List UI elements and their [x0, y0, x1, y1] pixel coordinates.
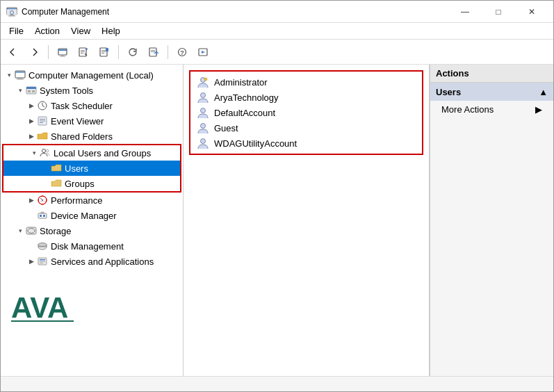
svg-rect-21 [151, 50, 155, 51]
list-item[interactable]: WDAGUtilityAccount [190, 136, 422, 151]
svg-rect-37 [40, 119, 45, 120]
svg-rect-45 [38, 213, 47, 218]
main-content: ▾ Computer Management (Local) ▾ [1, 65, 553, 376]
local-users-highlight-box: ▾ Local Users and Groups [2, 144, 181, 193]
expander-storage[interactable]: ▾ [15, 225, 26, 236]
svg-marker-26 [202, 51, 205, 54]
user-icon-administrator [196, 76, 210, 88]
expander-task-scheduler[interactable]: ▶ [26, 100, 37, 111]
tree-item-performance[interactable]: ▶ Performance [1, 193, 183, 208]
tree-item-local-users-groups[interactable]: ▾ Local Users and Groups [3, 145, 180, 161]
services-apps-icon [37, 256, 48, 267]
minimize-button[interactable]: — [449, 1, 481, 22]
svg-rect-56 [40, 259, 45, 261]
svg-point-40 [42, 149, 46, 153]
maximize-button[interactable]: □ [482, 1, 514, 22]
expander-performance[interactable]: ▶ [26, 195, 37, 206]
list-item[interactable]: Guest [190, 120, 422, 136]
actions-panel: Actions Users ▲ More Actions ▶ [430, 65, 553, 376]
groups-folder-icon [51, 178, 62, 189]
svg-point-64 [201, 108, 206, 113]
tree-item-task-scheduler[interactable]: ▶ Task Scheduler [1, 98, 183, 113]
tree-item-shared-folders[interactable]: ▶ Shared Folders [1, 129, 183, 144]
toolbar-btn-export[interactable] [144, 42, 163, 62]
actions-header: Actions [430, 65, 553, 83]
tree-item-root[interactable]: ▾ Computer Management (Local) [1, 67, 183, 83]
svg-rect-39 [40, 122, 43, 123]
tree-label-services-apps: Services and Applications [51, 256, 154, 267]
system-tools-icon [26, 85, 37, 96]
actions-section-users[interactable]: Users ▲ [430, 83, 553, 101]
tree-item-users[interactable]: Users [3, 161, 180, 176]
tree-item-system-tools[interactable]: ▾ System Tools [1, 83, 183, 98]
task-scheduler-icon [37, 100, 48, 111]
expander-event-viewer[interactable]: ▶ [26, 115, 37, 126]
expander-services-apps[interactable]: ▶ [26, 256, 37, 267]
expander-disk-management [26, 240, 37, 252]
forward-button[interactable] [24, 42, 44, 62]
toolbar-btn-run[interactable] [193, 42, 213, 62]
user-icon-arya [196, 91, 210, 104]
menu-file[interactable]: File [3, 24, 29, 38]
expander-users [40, 163, 51, 174]
status-bar [1, 376, 553, 391]
user-icon-default [196, 106, 210, 119]
toolbar-separator-2 [118, 45, 119, 59]
device-manager-icon [37, 210, 48, 221]
toolbar-btn-refresh[interactable] [123, 42, 142, 62]
svg-rect-34 [32, 90, 35, 92]
tree-item-groups[interactable]: Groups [3, 176, 180, 191]
svg-rect-17 [101, 51, 106, 52]
toolbar-btn-3[interactable] [95, 42, 114, 62]
users-folder-icon [51, 163, 62, 174]
tree-item-services-apps[interactable]: ▶ Services and Applications [1, 254, 183, 269]
arrow-right-icon: ▶ [535, 104, 542, 115]
toolbar-btn-1[interactable] [53, 42, 72, 62]
list-item[interactable]: Administrator [190, 74, 422, 90]
svg-rect-16 [101, 50, 106, 51]
close-button[interactable]: ✕ [516, 1, 548, 22]
list-item[interactable]: AryaTechnology [190, 90, 422, 105]
user-name-administrator: Administrator [214, 77, 268, 88]
toolbar-btn-2[interactable] [74, 42, 93, 62]
list-item[interactable]: DefaultAccount [190, 105, 422, 120]
more-actions-item[interactable]: More Actions ▶ [430, 101, 553, 117]
expander-local-users[interactable]: ▾ [28, 147, 40, 158]
expander-system-tools[interactable]: ▾ [15, 85, 26, 96]
tree-item-storage[interactable]: ▾ Storage [1, 223, 183, 238]
tree-label-shared-folders: Shared Folders [51, 131, 113, 142]
users-list: Administrator AryaTechnology [189, 70, 423, 155]
svg-point-41 [46, 149, 49, 152]
tree-item-device-manager[interactable]: Device Manager [1, 208, 183, 223]
svg-rect-4 [8, 15, 15, 16]
title-bar: Computer Management — □ ✕ [1, 1, 553, 23]
tree-label-event-viewer: Event Viewer [51, 116, 104, 126]
tree-label-device-manager: Device Manager [51, 211, 117, 221]
svg-rect-1 [7, 8, 17, 10]
menu-action[interactable]: Action [29, 24, 65, 38]
svg-rect-8 [61, 55, 64, 56]
expander-root[interactable]: ▾ [3, 70, 15, 81]
svg-rect-38 [40, 121, 45, 122]
svg-text:AVA: AVA [11, 291, 68, 324]
svg-point-62 [204, 78, 207, 81]
tree-item-disk-management[interactable]: Disk Management [1, 238, 183, 254]
expander-shared-folders[interactable]: ▶ [26, 131, 37, 142]
svg-point-14 [85, 48, 88, 50]
disk-management-icon [37, 240, 48, 252]
tree-item-event-viewer[interactable]: ▶ Event Viewer [1, 113, 183, 129]
menu-help[interactable]: Help [96, 24, 126, 38]
svg-rect-22 [151, 51, 155, 52]
svg-rect-13 [81, 53, 83, 54]
company-logo: AVA [8, 290, 77, 325]
toolbar-btn-help[interactable]: ? [172, 42, 192, 62]
svg-rect-11 [81, 50, 85, 51]
svg-rect-28 [15, 72, 25, 73]
svg-rect-57 [40, 261, 45, 262]
tree-label-local-users: Local Users and Groups [54, 148, 151, 158]
event-viewer-icon [37, 115, 48, 126]
svg-rect-30 [17, 79, 24, 80]
menu-view[interactable]: View [65, 24, 96, 38]
svg-rect-58 [40, 263, 43, 263]
back-button[interactable] [3, 42, 23, 62]
